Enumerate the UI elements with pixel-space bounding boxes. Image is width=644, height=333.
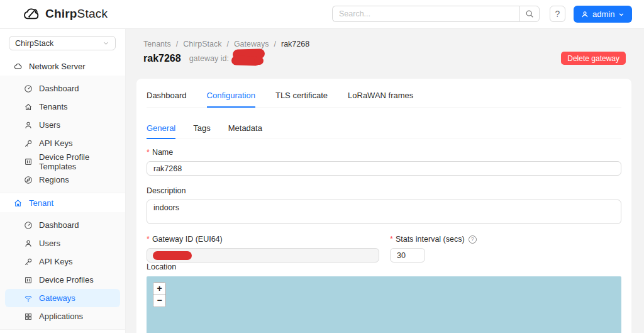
sidebar-item-ns-dashboard[interactable]: Dashboard [5,79,120,98]
chirpstack-cloud-logo-icon [23,6,42,22]
brand-name: ChirpStack [45,7,108,21]
required-mark: * [147,148,150,157]
tab-tls-certificate[interactable]: TLS certificate [275,91,328,107]
appstore-icon [24,312,33,321]
tab-dashboard[interactable]: Dashboard [147,91,187,107]
sidebar-item-ns-device-profile-templates[interactable]: Device Profile Templates [5,152,120,171]
brand-logo: ChirpStack [23,6,108,22]
question-circle-icon[interactable]: ? [469,235,477,244]
description-field-group: Description indoors [147,186,621,224]
search-input[interactable] [332,6,519,22]
sidebar-item-ns-tenants[interactable]: Tenants [5,98,120,116]
title-row: rak7268 gateway id: [143,50,267,67]
search-icon [525,9,534,18]
user-icon [24,121,33,130]
cloud-icon [13,62,23,71]
sidebar-item-ns-regions[interactable]: Regions [5,171,120,189]
sidebar-item-label: Gateways [39,293,75,303]
sidebar-item-label: Dashboard [39,220,79,230]
network-server-submenu: Dashboard Tenants Users API Keys [0,76,125,193]
breadcrumb-item[interactable]: Tenants [143,40,171,48]
breadcrumb-item[interactable]: ChirpStack [183,40,221,48]
sidebar-section-label: Tenant [29,198,53,208]
name-field-group: * Name [147,148,621,176]
sidebar-section-network-server[interactable]: Network Server [0,57,125,76]
sidebar-item-tenant-applications[interactable]: Applications [5,307,120,325]
home-icon [24,103,33,111]
gateway-id-label: * Gateway ID (EUI64) [147,235,379,244]
sidebar-item-label: Regions [39,175,69,184]
sidebar-item-label: Users [39,120,60,130]
stats-interval-label: * Stats interval (secs) ? [390,235,477,244]
sidebar-item-tenant-api-keys[interactable]: API Keys [5,252,120,271]
sidebar-item-tenant-gateways[interactable]: Gateways [5,289,120,307]
dashboard-icon [24,221,33,230]
tab-lorawan-frames[interactable]: LoRaWAN frames [348,91,413,107]
home-icon [13,198,23,208]
location-map[interactable]: + − [147,276,621,333]
sidebar-item-label: Applications [39,312,83,321]
sidebar-item-label: Device Profiles [39,275,94,285]
sidebar-item-label: API Keys [39,138,72,148]
org-select[interactable]: ChirpStack [9,36,116,50]
sidebar-item-label: Tenants [39,102,68,111]
required-mark: * [147,235,150,244]
id-stats-row: * Gateway ID (EUI64) * Stats interval (s… [147,235,621,262]
description-textarea[interactable]: indoors [147,200,621,224]
subtab-general[interactable]: General [147,123,175,138]
sidebar-item-label: Dashboard [39,84,79,93]
main-content: Tenants/ChirpStack/Gateways/rak7268 rak7… [126,29,644,333]
subtab-tags[interactable]: Tags [193,123,210,138]
delete-gateway-button[interactable]: Delete gateway [561,52,626,65]
tenant-submenu: Dashboard Users API Keys Device Profiles [0,212,125,330]
help-button[interactable]: ? [550,6,565,22]
map-zoom-out-button[interactable]: − [153,295,165,307]
name-input[interactable] [147,161,621,176]
user-icon [581,11,589,18]
gateway-card: Dashboard Configuration TLS certificate … [136,79,631,333]
description-label: Description [147,186,621,195]
sidebar-item-tenant-device-profiles[interactable]: Device Profiles [5,271,120,289]
sidebar-item-tenant-dashboard[interactable]: Dashboard [5,216,120,234]
breadcrumb-item-current: rak7268 [281,40,309,48]
top-header: ChirpStack ? admin [0,0,644,29]
stats-interval-field-group: * Stats interval (secs) ? [390,235,477,262]
breadcrumb-item[interactable]: Gateways [234,40,269,48]
sidebar-item-label: Users [39,239,60,248]
redacted-gateway-id [231,48,267,67]
location-field-group: Location + − [147,262,621,333]
stats-interval-input[interactable] [390,248,425,262]
user-menu-button[interactable]: admin [574,6,632,23]
search-button[interactable] [519,6,540,22]
compass-icon [24,176,33,184]
gateway-form: * Name Description indoors * Gateway ID … [147,148,621,333]
user-icon [24,239,33,248]
profile-template-icon [24,157,33,166]
page-title: rak7268 [143,53,181,64]
sidebar: ChirpStack Network Server Dashboard [0,29,126,333]
redacted-gateway-id-value [153,251,192,260]
name-label: * Name [147,148,621,157]
sidebar-item-label: Device Profile Templates [39,152,120,171]
gateway-id-caption: gateway id: [189,54,229,63]
profile-icon [24,276,33,285]
chevron-down-icon [618,11,625,18]
sidebar-item-ns-api-keys[interactable]: API Keys [5,134,120,152]
subtab-metadata[interactable]: Metadata [228,123,262,138]
sidebar-section-tenant[interactable]: Tenant [0,193,125,212]
breadcrumb: Tenants/ChirpStack/Gateways/rak7268 [143,40,309,48]
breadcrumb-separator: / [226,40,228,48]
sidebar-item-tenant-users[interactable]: Users [5,234,120,252]
key-icon [24,139,33,148]
search-box [332,6,540,22]
dashboard-icon [24,84,33,93]
location-label: Location [147,262,621,271]
wifi-icon [24,294,33,303]
tab-configuration[interactable]: Configuration [207,91,255,107]
map-zoom-in-button[interactable]: + [153,283,165,295]
gateway-id-field-group: * Gateway ID (EUI64) [147,235,379,262]
subtab-bar: General Tags Metadata [147,123,621,139]
sidebar-section-label: Network Server [29,62,86,71]
sidebar-item-label: API Keys [39,257,72,266]
sidebar-item-ns-users[interactable]: Users [5,116,120,134]
